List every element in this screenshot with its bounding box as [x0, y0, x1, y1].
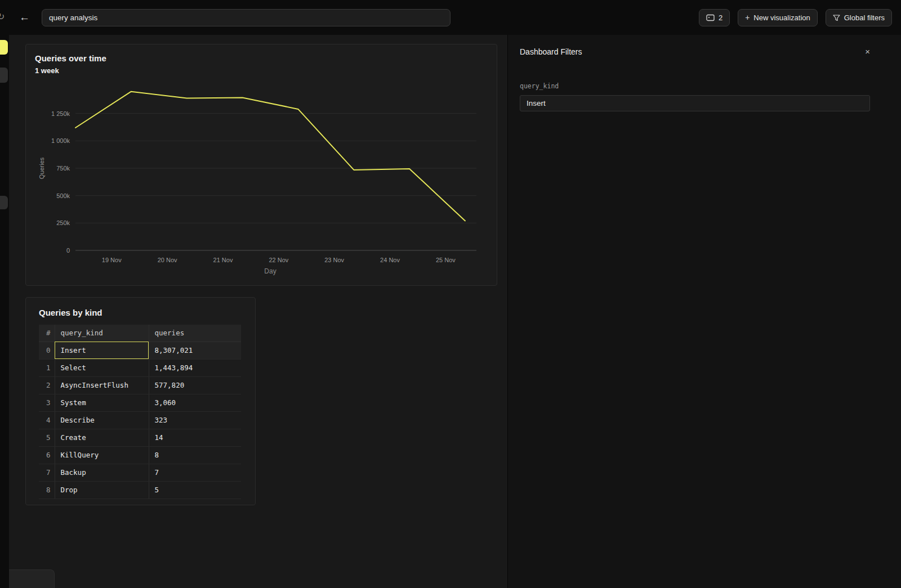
row-index-cell: 4 [39, 411, 55, 429]
visualization-count-button[interactable]: 2 [699, 9, 730, 26]
y-tick-label: 250k [56, 219, 70, 226]
table-row: 6KillQuery8 [39, 446, 241, 464]
queries-cell[interactable]: 3,060 [149, 394, 241, 411]
queries-line-series [75, 92, 465, 221]
table-header-row: #query_kindqueries [39, 325, 241, 342]
row-index-cell: 1 [39, 359, 55, 376]
query-kind-cell[interactable]: AsyncInsertFlush [55, 376, 149, 394]
x-axis-label: Day [264, 267, 276, 275]
row-index-cell: 6 [39, 446, 55, 464]
chart-wrap: 0250k500k750k1 000k1 250k19 Nov20 Nov21 … [35, 79, 488, 284]
funnel-icon [833, 14, 840, 21]
dashboard-filters-panel: Dashboard Filters × query_kind [507, 35, 901, 588]
queries-cell[interactable]: 8,307,021 [149, 342, 241, 359]
chart-card-title: Queries over time [35, 53, 488, 63]
x-tick-label: 23 Nov [324, 257, 344, 263]
query-kind-cell[interactable]: Insert [55, 342, 149, 359]
table-head: #query_kindqueries [39, 325, 241, 342]
dashboard-canvas: Queries over time 1 week 0250k500k750k1 … [9, 35, 507, 588]
y-axis-label: Queries [38, 157, 45, 179]
left-rail: ↻ [0, 0, 9, 588]
row-index-cell: 5 [39, 429, 55, 446]
query-kind-cell[interactable]: Create [55, 429, 149, 446]
row-index-cell: 7 [39, 464, 55, 481]
rail-item-2[interactable] [0, 196, 8, 209]
queries-cell[interactable]: 323 [149, 411, 241, 429]
y-tick-label: 1 000k [51, 137, 70, 144]
filters-panel-header: Dashboard Filters × [520, 47, 870, 56]
queries-over-time-chart[interactable]: 0250k500k750k1 000k1 250k19 Nov20 Nov21 … [35, 79, 485, 282]
queries-table-body: 0Insert8,307,0211Select1,443,8942AsyncIn… [39, 342, 241, 499]
table-card-title: Queries by kind [39, 308, 255, 317]
topbar: ← 2 + New visualization [9, 0, 901, 35]
chart-card: Queries over time 1 week 0250k500k750k1 … [25, 44, 497, 286]
queries-cell[interactable]: 5 [149, 481, 241, 499]
x-tick-label: 19 Nov [102, 257, 122, 263]
plus-icon: + [745, 13, 750, 22]
x-tick-label: 25 Nov [436, 257, 456, 263]
queries-cell[interactable]: 1,443,894 [149, 359, 241, 376]
query-kind-cell[interactable]: Drop [55, 481, 149, 499]
queries-cell[interactable]: 7 [149, 464, 241, 481]
row-index-cell: 8 [39, 481, 55, 499]
filters-panel-title: Dashboard Filters [520, 47, 582, 56]
y-tick-label: 500k [56, 192, 70, 199]
main-column: ← 2 + New visualization [9, 0, 901, 588]
query-kind-cell[interactable]: System [55, 394, 149, 411]
bottom-left-widget [9, 569, 55, 588]
rail-item[interactable] [0, 68, 8, 83]
table-row: 0Insert8,307,021 [39, 342, 241, 359]
table-row: 4Describe323 [39, 411, 241, 429]
close-icon[interactable]: × [865, 47, 870, 56]
x-tick-label: 20 Nov [158, 257, 177, 263]
queries-cell[interactable]: 577,820 [149, 376, 241, 394]
chart-card-subtitle: 1 week [35, 66, 488, 75]
content-row: Queries over time 1 week 0250k500k750k1 … [9, 35, 901, 588]
table-card: Queries by kind #query_kindqueries 0Inse… [25, 297, 256, 505]
query-kind-cell[interactable]: KillQuery [55, 446, 149, 464]
query-kind-cell[interactable]: Describe [55, 411, 149, 429]
x-tick-label: 21 Nov [213, 257, 233, 263]
visualization-count-icon [706, 14, 715, 21]
filter-field-label: query_kind [520, 82, 870, 90]
y-tick-label: 0 [66, 247, 70, 254]
queries-cell[interactable]: 8 [149, 446, 241, 464]
query-kind-header[interactable]: query_kind [55, 325, 149, 342]
app-root: ↻ ← 2 + New visualization [0, 0, 901, 588]
query-kind-cell[interactable]: Backup [55, 464, 149, 481]
refresh-icon[interactable]: ↻ [0, 11, 5, 22]
table-row: 1Select1,443,894 [39, 359, 241, 376]
table-row: 5Create14 [39, 429, 241, 446]
row-index-header[interactable]: # [39, 325, 55, 342]
y-tick-label: 750k [56, 165, 70, 172]
dashboard-title-input[interactable] [42, 9, 450, 26]
back-button[interactable]: ← [19, 11, 34, 24]
row-index-cell: 0 [39, 342, 55, 359]
new-visualization-label: New visualization [753, 14, 810, 22]
queries-cell[interactable]: 14 [149, 429, 241, 446]
visualization-count-label: 2 [719, 14, 722, 22]
global-filters-button[interactable]: Global filters [826, 9, 892, 26]
query-kind-filter-input[interactable] [520, 95, 870, 111]
x-tick-label: 24 Nov [380, 257, 400, 263]
table-row: 7Backup7 [39, 464, 241, 481]
queries-by-kind-table: #query_kindqueries 0Insert8,307,0211Sele… [39, 325, 241, 499]
table-row: 8Drop5 [39, 481, 241, 499]
table-row: 3System3,060 [39, 394, 241, 411]
queries-header[interactable]: queries [149, 325, 241, 342]
y-tick-label: 1 250k [51, 110, 70, 117]
query-kind-cell[interactable]: Select [55, 359, 149, 376]
table-row: 2AsyncInsertFlush577,820 [39, 376, 241, 394]
global-filters-label: Global filters [844, 14, 885, 22]
new-visualization-button[interactable]: + New visualization [738, 9, 818, 26]
rail-item-active[interactable] [0, 40, 8, 55]
x-tick-label: 22 Nov [269, 257, 288, 263]
row-index-cell: 3 [39, 394, 55, 411]
row-index-cell: 2 [39, 376, 55, 394]
